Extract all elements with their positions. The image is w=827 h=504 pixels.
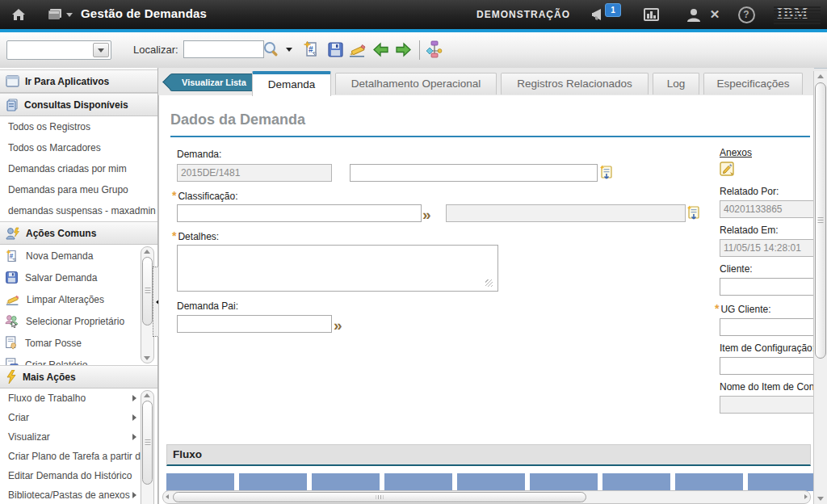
action-nova-demanda[interactable]: # Nova Demanda (0, 245, 157, 267)
textarea-resize-grip[interactable] (485, 279, 493, 287)
tab-detalhamento-operacional[interactable]: Detalhamento Operacional (335, 73, 497, 94)
fluxo-section-header[interactable]: Fluxo (166, 444, 811, 466)
more-action-criar-plano[interactable]: Criar Plano de Tarefa a partir d... (0, 447, 157, 466)
section-rule (170, 136, 810, 137)
home-icon[interactable] (10, 6, 27, 23)
demanda-pai-detail-menu-icon[interactable]: » (334, 317, 342, 333)
classificacao-detail-menu-icon[interactable]: » (422, 207, 431, 222)
svg-text:#: # (10, 253, 14, 260)
submenu-arrow-icon (132, 395, 136, 401)
sidebar-section-go-to[interactable]: Ir Para Aplicativos (0, 69, 157, 93)
sidebar-section-more-actions[interactable]: Mais Ações (0, 365, 157, 388)
applications-menu-icon[interactable] (47, 6, 73, 23)
action-criar-relatorio[interactable]: Criar Relatório (0, 354, 157, 365)
scroll-up-icon[interactable] (144, 393, 150, 397)
workflow-step[interactable] (748, 473, 814, 491)
demanda-pai-field[interactable] (177, 315, 332, 333)
logout-icon[interactable]: ✕ (706, 6, 724, 23)
ug-cliente-field[interactable] (720, 318, 814, 336)
detalhes-textarea[interactable] (177, 245, 498, 292)
scroll-up-icon[interactable] (144, 250, 150, 254)
required-icon: * (715, 302, 719, 315)
classificacao-descricao-field[interactable] (446, 204, 686, 222)
relatado-em-field[interactable] (720, 239, 814, 257)
scrollbar-thumb[interactable] (142, 257, 153, 326)
save-icon (5, 271, 19, 284)
search-icon[interactable] (262, 40, 281, 59)
sidebar-section-queries[interactable]: Consultas Disponíveis (0, 93, 157, 116)
action-tomar-posse[interactable]: Tomar Posse (0, 332, 157, 354)
query-item[interactable]: demandas suspensas - maxadmin (0, 200, 157, 221)
more-actions-scrollbar[interactable] (141, 390, 154, 504)
more-action-editar-historico[interactable]: Editar Demanda do Histórico (0, 466, 157, 485)
more-action-fluxo-de-trabalho[interactable]: Fluxo de Trabalho (0, 388, 157, 408)
query-item[interactable]: Demandas para meu Grupo (0, 179, 157, 200)
cliente-field[interactable] (720, 278, 814, 296)
workflow-icon[interactable] (425, 40, 444, 59)
tab-log[interactable]: Log (653, 73, 699, 94)
save-icon[interactable] (325, 40, 345, 59)
action-label: Nova Demanda (26, 250, 93, 262)
queries-list: Todos os Registros Todos os Marcadores D… (0, 116, 157, 221)
vertical-scrollbar[interactable] (813, 71, 827, 504)
workflow-step[interactable] (384, 473, 452, 491)
scroll-down-icon[interactable] (817, 497, 824, 501)
action-selecionar-proprietario[interactable]: Selecionar Proprietário (0, 310, 157, 332)
relatado-por-field[interactable] (720, 200, 814, 218)
search-options-caret-icon[interactable] (283, 40, 295, 59)
more-action-criar[interactable]: Criar (0, 408, 157, 427)
reports-chart-icon[interactable] (642, 6, 660, 23)
tab-demanda[interactable]: Demanda (252, 71, 331, 96)
workflow-step[interactable] (312, 473, 380, 491)
workflow-step[interactable] (675, 473, 743, 491)
horizontal-scrollbar[interactable] (162, 490, 811, 504)
localizar-input[interactable] (183, 40, 264, 58)
relatado-em-label: Relatado Em: (720, 225, 779, 236)
action-label: Criar (8, 412, 132, 423)
workflow-step[interactable] (530, 473, 598, 491)
tab-registros-relacionados[interactable]: Registros Relacionados (501, 73, 649, 94)
common-actions-icon (6, 227, 20, 240)
workflow-step[interactable] (166, 473, 234, 491)
submenu-arrow-icon (132, 434, 136, 440)
clear-changes-icon[interactable] (347, 40, 367, 59)
attachments-icon[interactable] (720, 162, 736, 178)
long-description-icon[interactable] (599, 165, 614, 180)
classificacao-field[interactable] (177, 204, 422, 222)
scroll-up-icon[interactable] (817, 74, 824, 78)
query-item[interactable]: Demandas criadas por mim (0, 158, 157, 179)
action-salvar-demanda[interactable]: Salvar Demanda (0, 267, 157, 288)
new-record-icon[interactable]: # (302, 40, 321, 59)
workflow-step[interactable] (239, 473, 307, 491)
demanda-field[interactable] (177, 164, 332, 182)
sidebar-section-label: Ir Para Aplicativos (25, 76, 109, 87)
workflow-step[interactable] (457, 473, 525, 491)
query-item[interactable]: Todos os Registros (0, 116, 157, 137)
query-item[interactable]: Todos os Marcadores (0, 137, 157, 158)
scroll-right-icon[interactable] (804, 494, 808, 499)
combobox-caret-icon[interactable] (93, 43, 109, 57)
topbar: Gestão de Demandas DEMONSTRAÇÃO 1 ✕ ? IB… (0, 0, 827, 29)
help-icon[interactable]: ? (737, 6, 755, 23)
visualizar-lista-button[interactable]: Visualizar Lista (170, 74, 255, 91)
nome-item-configuracao-field[interactable] (720, 396, 814, 414)
scrollbar-thumb[interactable] (142, 401, 153, 485)
more-action-visualizar[interactable]: Visualizar (0, 427, 157, 447)
next-record-icon[interactable] (393, 40, 413, 59)
demanda-descricao-field[interactable] (350, 164, 598, 182)
more-action-biblioteca-anexos[interactable]: Biblioteca/Pastas de anexos (0, 485, 157, 504)
sidebar-section-common-actions[interactable]: Ações Comuns (0, 221, 157, 245)
scrollbar-thumb[interactable] (815, 82, 826, 359)
workflow-step[interactable] (602, 473, 670, 491)
item-configuracao-field[interactable] (720, 357, 814, 375)
long-description-icon[interactable] (686, 205, 701, 220)
scrollbar-thumb[interactable] (173, 492, 586, 502)
record-combobox[interactable] (6, 40, 111, 60)
scroll-down-icon[interactable] (144, 356, 150, 360)
scroll-left-icon[interactable] (166, 494, 169, 499)
profile-icon[interactable] (685, 6, 703, 23)
action-limpar-alteracoes[interactable]: Limpar Alterações (0, 288, 157, 310)
previous-record-icon[interactable] (371, 40, 390, 59)
anexos-link[interactable]: Anexos (720, 147, 752, 158)
tab-especificacoes[interactable]: Especificações (703, 73, 803, 94)
